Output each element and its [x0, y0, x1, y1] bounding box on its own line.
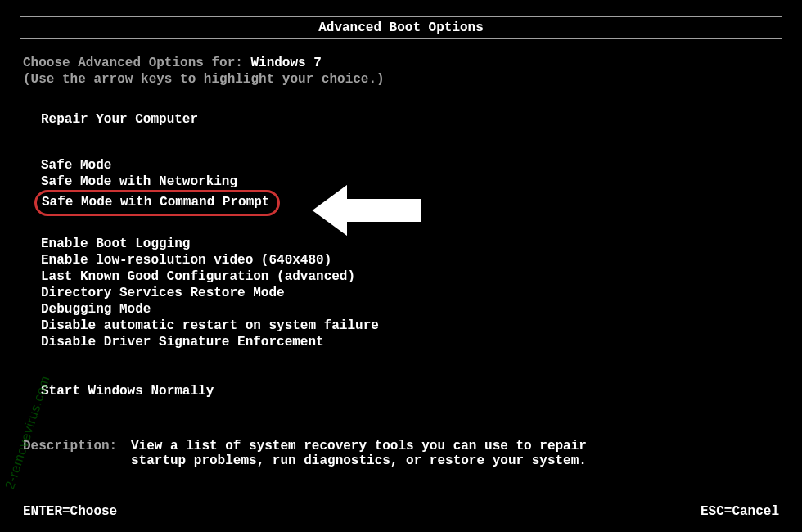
menu-item-safe-mode-cmd-label: Safe Mode with Command Prompt	[42, 195, 269, 210]
hotkey-esc: ESC=Cancel	[701, 504, 779, 519]
menu-item-disable-driver-sig[interactable]: Disable Driver Signature Enforcement	[41, 334, 779, 350]
menu-item-debugging[interactable]: Debugging Mode	[41, 301, 779, 318]
screen-title: Advanced Boot Options	[318, 20, 484, 35]
screen-title-bar: Advanced Boot Options	[20, 16, 782, 39]
hotkey-footer: ENTER=Choose ESC=Cancel	[23, 504, 779, 519]
menu-item-boot-logging[interactable]: Enable Boot Logging	[41, 236, 779, 252]
description-area: Description:View a list of system recove…	[23, 439, 779, 468]
choose-prompt-prefix: Choose Advanced Options for:	[23, 56, 250, 70]
menu-item-low-res-video[interactable]: Enable low-resolution video (640x480)	[41, 252, 779, 268]
hotkey-enter: ENTER=Choose	[23, 504, 117, 519]
menu-item-start-normally[interactable]: Start Windows Normally	[41, 383, 779, 399]
menu-item-repair[interactable]: Repair Your Computer	[41, 111, 779, 128]
main-content: Choose Advanced Options for: Windows 7 (…	[0, 39, 802, 468]
os-name: Windows 7	[250, 56, 321, 70]
menu-item-disable-auto-restart[interactable]: Disable automatic restart on system fail…	[41, 318, 779, 334]
menu-item-ds-restore[interactable]: Directory Services Restore Mode	[41, 285, 779, 301]
boot-options-menu: Repair Your Computer Safe Mode Safe Mode…	[41, 111, 779, 399]
description-text-line2: startup problems, run diagnostics, or re…	[131, 453, 779, 468]
menu-item-safe-mode[interactable]: Safe Mode	[41, 157, 779, 174]
description-label: Description:	[23, 439, 131, 453]
menu-item-last-known-good[interactable]: Last Known Good Configuration (advanced)	[41, 268, 779, 285]
description-text-line1: View a list of system recovery tools you…	[131, 439, 589, 453]
menu-item-safe-mode-cmd[interactable]: Safe Mode with Command Prompt	[41, 190, 779, 216]
arrow-key-instruction: (Use the arrow keys to highlight your ch…	[23, 72, 779, 87]
menu-item-safe-mode-networking[interactable]: Safe Mode with Networking	[41, 174, 779, 190]
choose-prompt-line: Choose Advanced Options for: Windows 7	[23, 56, 779, 70]
callout-highlight-oval: Safe Mode with Command Prompt	[34, 190, 280, 216]
